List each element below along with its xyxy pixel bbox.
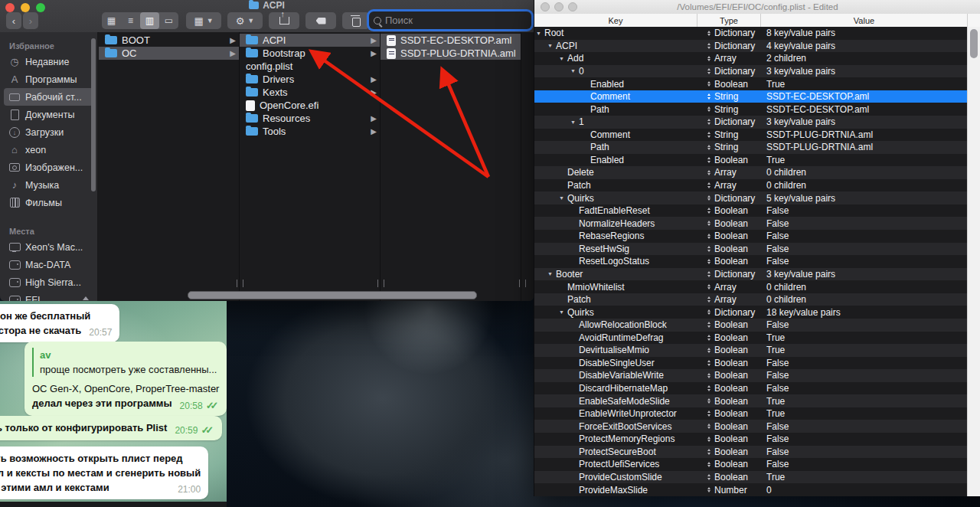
plist-type-cell[interactable]: Dictionary <box>697 307 761 318</box>
plist-type-cell[interactable]: Boolean <box>697 205 761 216</box>
plist-value[interactable]: True <box>761 408 968 419</box>
column-header-key[interactable]: Key <box>534 14 697 27</box>
sidebar-item-efi[interactable]: EFI <box>4 291 93 301</box>
plist-value[interactable]: 0 children <box>761 167 968 178</box>
plist-value[interactable]: True <box>761 332 968 343</box>
file-row[interactable]: SSDT-EC-DESKTOP.aml <box>381 34 521 47</box>
sidebar-item-[interactable]: Изображен... <box>4 159 93 176</box>
plist-value[interactable]: 8 key/value pairs <box>761 28 968 38</box>
plist-value[interactable]: 0 children <box>761 294 968 305</box>
column-view-icon[interactable]: ▥ <box>140 12 159 29</box>
plist-value[interactable]: 3 key/value pairs <box>761 269 968 280</box>
plist-value[interactable]: 3 key/value pairs <box>761 66 968 77</box>
message-bubble-outgoing[interactable]: avпроще посмотреть уже составленны...OC … <box>24 342 227 416</box>
disclosure-triangle[interactable]: ▼ <box>570 119 579 125</box>
plist-value[interactable]: SSDT-EC-DESKTOP.aml <box>761 91 968 102</box>
plist-row[interactable]: PathStringSSDT-EC-DESKTOP.aml <box>534 103 968 116</box>
plist-row[interactable]: MmioWhitelistArray0 children <box>534 280 968 293</box>
back-button[interactable]: ‹ <box>6 12 21 29</box>
plist-row[interactable]: FadtEnableResetBooleanFalse <box>534 204 968 218</box>
plist-value[interactable]: False <box>761 383 968 394</box>
plist-type-cell[interactable]: Number <box>697 485 761 496</box>
plist-type-cell[interactable]: Boolean <box>697 218 761 229</box>
plist-type-cell[interactable]: Boolean <box>697 408 761 419</box>
message-bubble-incoming[interactable]: есть возможность открыть плист передамл … <box>0 446 208 499</box>
plist-value[interactable]: False <box>761 433 968 444</box>
plist-row[interactable]: EnabledBooleanTrue <box>534 154 968 167</box>
plist-type-cell[interactable]: Boolean <box>697 256 761 267</box>
sidebar-item-macdata[interactable]: Mac-DATA <box>4 256 93 273</box>
disclosure-triangle[interactable]: ▼ <box>559 195 567 201</box>
file-row[interactable]: OpenCore.efi <box>240 99 380 112</box>
plist-row[interactable]: ▼QuirksDictionary18 key/value pairs <box>534 306 968 319</box>
plist-value[interactable]: 0 children <box>761 282 968 293</box>
column-resize-handle[interactable] <box>237 280 243 287</box>
search-input[interactable]: Поиск <box>369 11 531 29</box>
message-bubble-outgoing[interactable]: ось только от конфигурировать Plist20:59… <box>0 416 222 440</box>
plist-value[interactable]: SSDT-PLUG-DRTNIA.aml <box>761 142 968 152</box>
plist-row[interactable]: ForceExitBootServicesBooleanFalse <box>534 420 968 433</box>
message-bubble-incoming[interactable]: ть он же бесплатныйппстора не скачать20:… <box>0 304 119 342</box>
plist-value[interactable]: False <box>761 446 968 457</box>
plist-type-cell[interactable]: Boolean <box>697 459 761 469</box>
plist-row[interactable]: AllowRelocationBlockBooleanFalse <box>534 319 968 332</box>
plist-value[interactable]: True <box>761 396 968 407</box>
gallery-view-icon[interactable]: ▭ <box>159 12 178 29</box>
plist-row[interactable]: ProtectSecureBootBooleanFalse <box>534 446 968 459</box>
plist-row[interactable]: ▼BooterDictionary3 key/value pairs <box>534 268 968 281</box>
plist-type-cell[interactable]: Boolean <box>697 421 761 432</box>
plist-value[interactable]: False <box>761 218 968 229</box>
plist-value[interactable]: SSDT-EC-DESKTOP.aml <box>761 104 968 115</box>
disclosure-triangle[interactable]: ▼ <box>547 43 556 48</box>
plist-value[interactable]: 5 key/value pairs <box>761 193 968 204</box>
plist-type-cell[interactable]: String <box>697 129 761 140</box>
plist-value[interactable]: 0 <box>761 485 968 496</box>
plist-type-cell[interactable]: Boolean <box>697 332 761 343</box>
plist-row[interactable]: EnableSafeModeSlideBooleanTrue <box>534 394 968 407</box>
plist-type-cell[interactable]: Boolean <box>697 370 761 381</box>
plist-type-cell[interactable]: String <box>697 104 761 115</box>
plist-type-cell[interactable]: Array <box>697 282 761 293</box>
plist-row[interactable]: ▼RootDictionary8 key/value pairs <box>534 27 968 40</box>
plist-value[interactable]: True <box>761 345 968 355</box>
column-resize-handle[interactable] <box>519 280 526 287</box>
plist-value[interactable]: False <box>761 231 968 241</box>
plist-type-cell[interactable]: Boolean <box>697 446 761 457</box>
plist-row[interactable]: PathStringSSDT-PLUG-DRTNIA.aml <box>534 141 968 154</box>
plist-value[interactable]: False <box>761 459 968 469</box>
tag-button[interactable] <box>305 12 336 29</box>
share-button[interactable] <box>269 12 299 29</box>
plist-value[interactable]: False <box>761 256 968 267</box>
sidebar-item-[interactable]: ♪Музыка <box>4 176 93 194</box>
plist-row[interactable]: ▼AddArray2 children <box>534 52 968 65</box>
plist-value[interactable]: False <box>761 244 968 254</box>
column-header-value[interactable]: Value <box>761 14 968 27</box>
sidebar-item-highsierra[interactable]: High Sierra... <box>4 273 93 291</box>
sidebar-item-xeonsmac[interactable]: Xeon's Mac... <box>4 238 93 256</box>
plist-value[interactable]: 18 key/value pairs <box>761 307 968 318</box>
plist-row[interactable]: ProvideMaxSlideNumber0 <box>534 483 968 496</box>
plist-row[interactable]: DevirtualiseMmioBooleanTrue <box>534 344 968 357</box>
plist-row[interactable]: ResetHwSigBooleanFalse <box>534 243 968 256</box>
plist-row[interactable]: ProtectMemoryRegionsBooleanFalse <box>534 433 968 446</box>
plist-value[interactable]: False <box>761 205 968 216</box>
scrollbar-thumb[interactable] <box>970 29 978 58</box>
forward-button[interactable]: › <box>23 12 38 29</box>
plist-type-cell[interactable]: String <box>697 142 761 152</box>
plist-type-cell[interactable]: Boolean <box>697 345 761 355</box>
file-row[interactable]: Bootstrap▶ <box>240 47 380 60</box>
plist-type-cell[interactable]: Boolean <box>697 231 761 241</box>
plist-type-cell[interactable]: Boolean <box>697 383 761 394</box>
plist-type-cell[interactable]: Dictionary <box>697 28 761 38</box>
plist-type-cell[interactable]: String <box>697 91 761 102</box>
column-resize-handle[interactable] <box>377 280 384 287</box>
plist-row[interactable]: ProvideCustomSlideBooleanTrue <box>534 471 968 484</box>
plist-type-cell[interactable]: Array <box>697 294 761 305</box>
disclosure-triangle[interactable]: ▼ <box>559 309 567 315</box>
sidebar-item-[interactable]: Фильмы <box>4 194 93 211</box>
disclosure-triangle[interactable]: ▼ <box>547 271 556 276</box>
plist-type-cell[interactable]: Boolean <box>697 358 761 368</box>
plist-type-cell[interactable]: Dictionary <box>697 193 761 204</box>
action-button[interactable]: ⚙▼ <box>227 12 263 29</box>
plist-row[interactable]: CommentStringSSDT-PLUG-DRTNIA.aml <box>534 129 968 142</box>
